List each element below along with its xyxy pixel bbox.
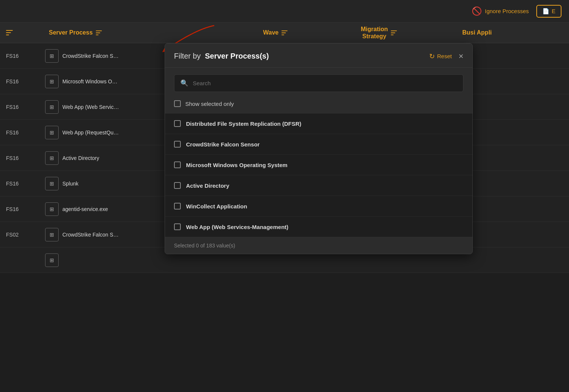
list-item[interactable]: WinCollect Application [165,196,472,217]
export-label: E [552,8,555,14]
item-checkbox[interactable] [174,141,181,148]
show-selected-container[interactable]: Show selected only [165,99,472,113]
svg-rect-10 [391,32,395,33]
column-headers: Server Process Wave Migration Strategy B… [0,23,569,43]
list-item[interactable]: Microsoft Windows Operating System [165,155,472,175]
svg-rect-11 [391,34,393,35]
item-label: WinCollect Application [186,203,247,210]
svg-rect-9 [391,30,397,31]
row-wave-value: FS16 [0,104,45,110]
filter-title-bold: Server Process(s) [205,52,269,60]
svg-rect-6 [281,30,288,31]
migration-filter-icon[interactable] [391,30,397,35]
item-label: Web App (Web Services-Management) [186,224,288,230]
svg-rect-7 [281,32,286,33]
svg-rect-4 [96,32,100,33]
row-wave-value: FS16 [0,53,45,59]
row-wave-value: FS16 [0,206,45,212]
reset-icon: ↻ [429,52,435,60]
filter-footer: Selected 0 of 183 value(s) [165,237,472,254]
show-selected-checkbox[interactable] [174,100,181,107]
list-item[interactable]: CrowdStrike Falcon Sensor [165,134,472,155]
reset-label: Reset [437,53,452,59]
row-wave-value: FS16 [0,155,45,161]
process-icon: ⊞ [45,49,59,63]
ignore-processes-label: Ignore Processes [485,8,529,14]
svg-rect-3 [96,30,102,31]
process-icon: ⊞ [45,177,59,190]
migration-strategy-label: Migration Strategy [361,26,388,40]
server-process-col-label: Server Process [49,29,93,36]
filter-header-actions: ↻ Reset × [429,52,463,60]
wave-col-label: Wave [263,29,278,36]
svg-rect-0 [6,30,13,31]
column-header-wave[interactable]: Wave [263,29,288,36]
selected-count-label: Selected 0 of 183 value(s) [174,243,235,249]
ignore-processes-button[interactable]: 🚫 Ignore Processes [472,6,529,16]
search-input[interactable] [193,80,457,86]
export-icon: 📄 [542,8,549,15]
item-checkbox[interactable] [174,161,181,168]
export-button[interactable]: 📄 E [536,5,561,18]
filter-title-prefix: Filter by [174,52,201,60]
column-header-server-process[interactable]: Server Process [49,29,102,36]
item-checkbox[interactable] [174,182,181,189]
item-label: Distributed File System Replication (DFS… [186,121,301,127]
item-label: Microsoft Windows Operating System [186,162,288,168]
search-icon: 🔍 [180,79,188,87]
row-wave-value: FS16 [0,130,45,136]
svg-rect-2 [6,35,9,35]
item-checkbox[interactable] [174,120,181,127]
reset-button[interactable]: ↻ Reset [429,52,452,60]
list-item[interactable]: Distributed File System Replication (DFS… [165,113,472,134]
process-icon: ⊞ [45,151,59,165]
item-label: CrowdStrike Falcon Sensor [186,141,260,148]
column-header-migration-strategy[interactable]: Migration Strategy [361,26,397,40]
item-checkbox[interactable] [174,223,181,230]
filter-dialog: Filter by Server Process(s) ↻ Reset × 🔍 … [165,43,473,254]
row-wave-value: FS16 [0,78,45,84]
list-item[interactable]: Active Directory [165,175,472,196]
filter-list: Distributed File System Replication (DFS… [165,113,472,237]
business-app-col-label: Busi Appli [462,29,492,36]
search-container: 🔍 [174,74,463,92]
global-filter-icon[interactable] [0,30,13,35]
process-icon: ⊞ [45,228,59,241]
svg-rect-1 [6,32,11,33]
toolbar: 🚫 Ignore Processes 📄 E [0,0,569,23]
process-icon: ⊞ [45,75,59,88]
list-item[interactable]: Web App (Web Services-Management) [165,217,472,237]
item-checkbox[interactable] [174,203,181,210]
svg-rect-5 [96,34,98,35]
ignore-icon: 🚫 [472,6,482,16]
process-icon: ⊞ [45,202,59,216]
show-selected-label: Show selected only [185,101,234,107]
item-label: Active Directory [186,182,229,189]
row-wave-value: FS16 [0,181,45,187]
filter-header: Filter by Server Process(s) ↻ Reset × [165,44,472,68]
column-header-business-app[interactable]: Busi Appli [462,29,492,36]
wave-filter-icon[interactable] [281,30,288,35]
process-icon: ⊞ [45,126,59,139]
filter-title: Filter by Server Process(s) [174,52,269,60]
process-icon: ⊞ [45,100,59,114]
row-wave-value: FS02 [0,232,45,238]
process-icon: ⊞ [45,253,59,267]
server-process-filter-icon[interactable] [96,30,102,35]
close-button[interactable]: × [459,52,463,60]
svg-rect-8 [281,34,284,35]
